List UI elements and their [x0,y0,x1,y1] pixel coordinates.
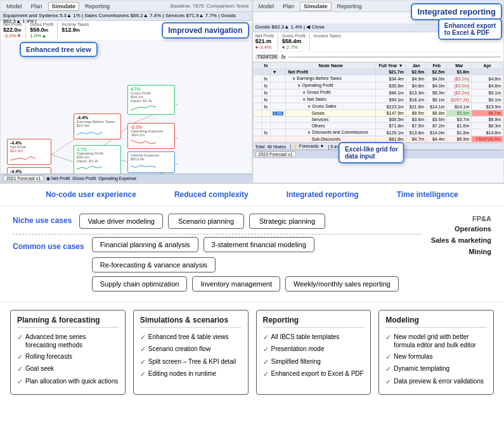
col-planning: Planning & forecasting ✓ Advanced time s… [10,310,126,395]
check-icon-m0: ✓ [385,333,391,342]
check-icon-r0: ✓ [263,333,269,342]
check-icon-s3: ✓ [140,369,146,378]
sim-item-0: ✓ Enhanced tree & table views [140,333,242,342]
right-grid-area: fx Node Name Full Year ▼ Jan Feb Mar Apr… [253,62,504,143]
left-tab-model[interactable]: Model [3,3,25,10]
common-item-0[interactable]: Financial planning & analysis [92,237,198,252]
node-interest-exp: Interest Expense $613.6k [127,151,175,173]
right-metric-gross-profit: Gross Profit $58.4m ● 2.7% [282,34,306,50]
col-modeling: Modeling ✓ New model grid with better fo… [378,310,494,395]
right-tab-plan[interactable]: Plan [280,3,297,10]
common-header: Common use cases [13,240,84,251]
col-checkbox [253,63,262,69]
niche-item-0[interactable]: Value driver modeling [79,214,163,229]
right-screenshot-panel: Model Plan Simulate Reporting Integrated… [252,0,505,183]
common-item-3[interactable]: Supply chain optimization [92,276,188,292]
feature-integrated: Integrated reporting [287,190,359,199]
left-op-tab[interactable]: Operating Expense [98,176,136,181]
niche-boxes: Value driver modeling Scenario planning … [79,214,422,229]
niche-item-1[interactable]: Scenario planning [168,214,244,229]
feature-complexity: Reduced complexity [174,190,249,199]
table-row: fx ∨ Gross Profit $94.1m $13.3m $9.3m ($… [253,89,503,96]
col-apr: Apr [472,63,503,69]
use-cases-section: Niche use cases Value driver modeling Sc… [0,206,504,302]
side-label-operations: Operations [455,224,491,234]
use-cases-wrapper: Niche use cases Value driver modeling Sc… [13,214,491,294]
check-icon-r3: ✓ [263,369,269,378]
common-boxes-row2: Supply chain optimization Inventory mana… [92,276,422,292]
left-tab-simulate[interactable]: Simulate [48,2,80,11]
node-gross-profit: 4.7% Gross Profit $34.1m inputs: $1.1k [127,85,175,115]
table-row: fx ∨ Net Sales $94.1m $18.2m $9.1m ($297… [253,96,503,103]
col-planning-title: Planning & forecasting [17,316,119,328]
left-app-bar: Model Plan Simulate Reporting Baseline: … [1,1,252,12]
left-tree-area: Enhanced tree view -4.4% Net Profit $22.… [1,41,252,174]
left-baseline-label: Baseline: 7875 [171,3,204,9]
right-forecast-tab[interactable]: 2023 Forecast v1 [255,151,296,157]
check-icon-s1: ✓ [140,345,146,354]
left-status: ◉ Net Profit [46,176,70,181]
check-icon-m1: ✓ [385,352,391,361]
metric-gross-profit: Gross Profit $59.0m 1.0%▲ [30,22,53,39]
top-section: Model Plan Simulate Reporting Baseline: … [0,0,504,184]
planning-item-3: ✓ Plan allocation with quick actions [17,377,119,386]
table-row: Others $71.8m $7.5m $7.2m $1.6m $8.3m [253,123,503,129]
cell-id[interactable]: 7324726 [255,54,279,60]
formula-input[interactable] [288,56,501,58]
common-item-1[interactable]: 3-statement financial modeling [204,237,314,252]
check-icon-s0: ✓ [140,333,146,342]
table-row: fx ∨ Operating Profit $35.8m $4.8m $4.0m… [253,82,503,89]
left-tab-reporting[interactable]: Reporting [82,3,113,10]
table-row: ▼ Net Profit $21.7m $2.5m $2.5m $3.8m [253,69,503,75]
col-fx: fx [262,63,270,69]
col-simulations: Simulations & scenarios ✓ Enhanced tree … [133,310,249,395]
niche-item-2[interactable]: Strategic planning [249,214,325,229]
table-row: Services $08.5m $3.6m $3.6m $3.7m $6.9m [253,117,503,123]
callout-improved-navigation: Improved navigation [162,22,249,39]
node-earnings: -4.4% Earnings Before Taxes $22.0m [74,113,121,139]
left-tab-plan[interactable]: Plan [28,3,46,10]
planning-item-2: ✓ Goal seek [17,364,119,373]
check-icon-3: ✓ [17,377,23,386]
common-item-4[interactable]: Inventory management [192,276,280,292]
left-metrics-row: Net Profit $22.0m -3.0%▼ Gross Profit $5… [1,21,252,41]
mod-item-2: ✓ Dynamic templating [385,364,487,373]
col-full-year[interactable]: Full Year ▼ [376,63,406,69]
feature-time-intelligence: Time intelligence [397,190,458,199]
bottom-section: Planning & forecasting ✓ Advanced time s… [0,302,504,400]
check-icon-m2: ✓ [385,364,391,373]
rep-item-0: ✓ All IBCS table templates [263,333,365,342]
right-tab-reporting[interactable]: Reporting [334,3,365,10]
col-reporting: Reporting ✓ All IBCS table templates ✓ P… [256,310,372,395]
planning-item-0: ✓ Advanced time series forecasting metho… [17,333,119,349]
callout-enhanced-export: Enhanced exportto Excel & PDF [438,18,502,40]
rep-item-2: ✓ Simplified filtering [263,357,365,366]
rep-item-3: ✓ Enhanced export to Excel & PDF [263,369,365,378]
check-icon-r1: ✓ [263,345,269,354]
node-operating-profit: 3.7% Operating Profit $34.1m inputs: $1.… [74,145,121,174]
table-row: Sub-Discounts $81.6m $4.7m $4.4m $6.9m 7… [253,136,503,143]
common-row1: Common use cases Financial planning & an… [13,237,422,292]
left-forecast-tab[interactable]: 2021 Forecast v1 [3,176,44,181]
left-gross-tab[interactable]: Gross Profit [72,176,96,181]
table-row: fx ∨ Gross Sales $223.1m $21.6m $14.1m $… [253,103,503,110]
common-item-2[interactable]: Re-forecasting & variance analysis [92,257,216,272]
mod-item-0: ✓ New model grid with better formula edi… [385,333,487,349]
right-tab-simulate[interactable]: Simulate [300,2,332,11]
side-label-sales: Sales & marketing [431,235,491,245]
rep-item-1: ✓ Presentation mode [263,345,365,354]
right-tab-model[interactable]: Model [255,3,278,10]
check-icon-2: ✓ [17,364,23,373]
check-icon-r2: ✓ [263,357,269,366]
col-modeling-title: Modeling [385,316,487,328]
col-simulations-title: Simulations & scenarios [140,316,242,328]
check-icon-m3: ✓ [385,377,391,386]
col-jan: Jan [406,63,426,69]
table-row[interactable]: 1.4% Goods $147.9m $9.5m $8.8m $5.8m $8.… [253,110,503,117]
col-node-name: Node Name [286,63,376,69]
left-bottom-bar: 2021 Forecast v1 ◉ Net Profit Gross Prof… [1,174,252,183]
metric-net-profit: Net Profit $22.0m -3.0%▼ [3,22,22,39]
features-row: No-code user experience Reduced complexi… [0,184,504,206]
common-item-5[interactable]: Weekly/monthly sales reporting [285,276,399,292]
sim-item-3: ✓ Editing nodes in runtime [140,369,242,378]
